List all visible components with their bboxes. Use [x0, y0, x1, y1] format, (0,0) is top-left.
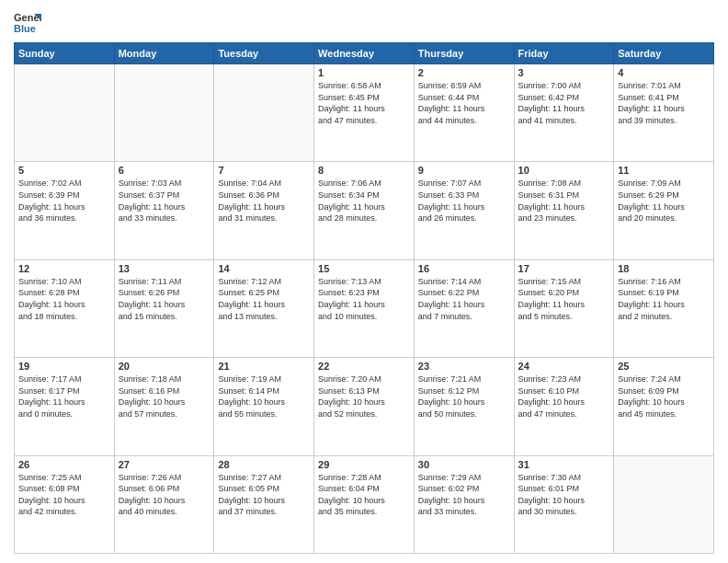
- weekday-header-thursday: Thursday: [414, 43, 514, 64]
- calendar-week-1: 5Sunrise: 7:02 AM Sunset: 6:39 PM Daylig…: [15, 162, 714, 259]
- calendar-cell-27: 25Sunrise: 7:24 AM Sunset: 6:09 PM Dayli…: [614, 358, 714, 455]
- day-number: 13: [119, 263, 210, 274]
- day-number: 5: [18, 165, 110, 176]
- day-content: Sunrise: 7:09 AM Sunset: 6:29 PM Dayligh…: [618, 178, 710, 224]
- calendar-cell-1: [114, 64, 214, 162]
- day-number: 8: [318, 165, 410, 176]
- day-content: Sunrise: 7:15 AM Sunset: 6:20 PM Dayligh…: [518, 276, 610, 322]
- day-content: Sunrise: 7:07 AM Sunset: 6:33 PM Dayligh…: [418, 178, 510, 224]
- day-number: 27: [119, 459, 210, 470]
- day-number: 2: [418, 67, 510, 78]
- day-content: Sunrise: 7:26 AM Sunset: 6:06 PM Dayligh…: [119, 472, 210, 518]
- day-number: 28: [218, 459, 310, 470]
- day-content: Sunrise: 7:00 AM Sunset: 6:42 PM Dayligh…: [518, 80, 610, 126]
- weekday-header-row: SundayMondayTuesdayWednesdayThursdayFrid…: [15, 43, 714, 64]
- calendar-cell-11: 9Sunrise: 7:07 AM Sunset: 6:33 PM Daylig…: [414, 162, 514, 259]
- day-number: 31: [518, 459, 610, 470]
- day-content: Sunrise: 7:08 AM Sunset: 6:31 PM Dayligh…: [518, 178, 610, 224]
- calendar-cell-16: 14Sunrise: 7:12 AM Sunset: 6:25 PM Dayli…: [214, 259, 314, 357]
- day-number: 11: [618, 165, 710, 176]
- day-content: Sunrise: 7:19 AM Sunset: 6:14 PM Dayligh…: [218, 373, 310, 419]
- calendar-cell-3: 1Sunrise: 6:58 AM Sunset: 6:45 PM Daylig…: [314, 64, 415, 162]
- day-content: Sunrise: 7:20 AM Sunset: 6:13 PM Dayligh…: [318, 373, 410, 419]
- calendar-cell-28: 26Sunrise: 7:25 AM Sunset: 6:08 PM Dayli…: [15, 455, 115, 553]
- day-number: 17: [518, 263, 610, 274]
- day-number: 7: [218, 165, 310, 176]
- day-number: 12: [18, 263, 110, 274]
- day-content: Sunrise: 7:16 AM Sunset: 6:19 PM Dayligh…: [618, 276, 710, 322]
- day-number: 18: [618, 263, 710, 274]
- calendar-cell-29: 27Sunrise: 7:26 AM Sunset: 6:06 PM Dayli…: [114, 455, 214, 553]
- calendar-cell-22: 20Sunrise: 7:18 AM Sunset: 6:16 PM Dayli…: [114, 358, 214, 455]
- day-number: 26: [18, 459, 110, 470]
- day-content: Sunrise: 7:11 AM Sunset: 6:26 PM Dayligh…: [119, 276, 210, 322]
- logo: General Blue: [14, 9, 41, 37]
- day-number: 6: [119, 165, 210, 176]
- calendar-cell-33: 31Sunrise: 7:30 AM Sunset: 6:01 PM Dayli…: [514, 455, 614, 553]
- day-number: 19: [18, 361, 110, 372]
- calendar-week-4: 26Sunrise: 7:25 AM Sunset: 6:08 PM Dayli…: [15, 455, 714, 553]
- day-content: Sunrise: 7:04 AM Sunset: 6:36 PM Dayligh…: [218, 178, 310, 224]
- day-number: 20: [119, 361, 210, 372]
- day-number: 3: [518, 67, 610, 78]
- day-content: Sunrise: 7:03 AM Sunset: 6:37 PM Dayligh…: [119, 178, 210, 224]
- header: General Blue: [14, 9, 714, 37]
- calendar-week-2: 12Sunrise: 7:10 AM Sunset: 6:28 PM Dayli…: [15, 259, 714, 357]
- logo-icon: General Blue: [14, 9, 41, 37]
- calendar-cell-31: 29Sunrise: 7:28 AM Sunset: 6:04 PM Dayli…: [314, 455, 415, 553]
- day-content: Sunrise: 6:58 AM Sunset: 6:45 PM Dayligh…: [318, 80, 410, 126]
- day-content: Sunrise: 7:29 AM Sunset: 6:02 PM Dayligh…: [418, 472, 510, 518]
- day-number: 24: [518, 361, 610, 372]
- calendar-week-3: 19Sunrise: 7:17 AM Sunset: 6:17 PM Dayli…: [15, 358, 714, 455]
- calendar-cell-12: 10Sunrise: 7:08 AM Sunset: 6:31 PM Dayli…: [514, 162, 614, 259]
- calendar-cell-18: 16Sunrise: 7:14 AM Sunset: 6:22 PM Dayli…: [414, 259, 514, 357]
- calendar-cell-19: 17Sunrise: 7:15 AM Sunset: 6:20 PM Dayli…: [514, 259, 614, 357]
- day-content: Sunrise: 7:24 AM Sunset: 6:09 PM Dayligh…: [618, 373, 710, 419]
- day-content: Sunrise: 7:25 AM Sunset: 6:08 PM Dayligh…: [18, 472, 110, 518]
- day-content: Sunrise: 7:18 AM Sunset: 6:16 PM Dayligh…: [119, 373, 210, 419]
- weekday-header-friday: Friday: [514, 43, 614, 64]
- weekday-header-sunday: Sunday: [15, 43, 115, 64]
- calendar-cell-6: 4Sunrise: 7:01 AM Sunset: 6:41 PM Daylig…: [614, 64, 714, 162]
- calendar-cell-26: 24Sunrise: 7:23 AM Sunset: 6:10 PM Dayli…: [514, 358, 614, 455]
- page: General Blue SundayMondayTuesdayWednesda…: [0, 0, 728, 563]
- day-number: 1: [318, 67, 410, 78]
- day-number: 10: [518, 165, 610, 176]
- day-number: 23: [418, 361, 510, 372]
- day-content: Sunrise: 7:27 AM Sunset: 6:05 PM Dayligh…: [218, 472, 310, 518]
- day-number: 9: [418, 165, 510, 176]
- calendar-table: SundayMondayTuesdayWednesdayThursdayFrid…: [14, 42, 714, 554]
- weekday-header-wednesday: Wednesday: [314, 43, 415, 64]
- day-number: 22: [318, 361, 410, 372]
- day-content: Sunrise: 7:17 AM Sunset: 6:17 PM Dayligh…: [18, 373, 110, 419]
- calendar-cell-25: 23Sunrise: 7:21 AM Sunset: 6:12 PM Dayli…: [414, 358, 514, 455]
- weekday-header-tuesday: Tuesday: [214, 43, 314, 64]
- weekday-header-monday: Monday: [114, 43, 214, 64]
- calendar-cell-32: 30Sunrise: 7:29 AM Sunset: 6:02 PM Dayli…: [414, 455, 514, 553]
- day-content: Sunrise: 7:06 AM Sunset: 6:34 PM Dayligh…: [318, 178, 410, 224]
- calendar-cell-7: 5Sunrise: 7:02 AM Sunset: 6:39 PM Daylig…: [15, 162, 115, 259]
- day-content: Sunrise: 7:10 AM Sunset: 6:28 PM Dayligh…: [18, 276, 110, 322]
- calendar-cell-0: [15, 64, 115, 162]
- day-number: 14: [218, 263, 310, 274]
- calendar-cell-13: 11Sunrise: 7:09 AM Sunset: 6:29 PM Dayli…: [614, 162, 714, 259]
- day-content: Sunrise: 7:21 AM Sunset: 6:12 PM Dayligh…: [418, 373, 510, 419]
- day-number: 30: [418, 459, 510, 470]
- calendar-cell-21: 19Sunrise: 7:17 AM Sunset: 6:17 PM Dayli…: [15, 358, 115, 455]
- weekday-header-saturday: Saturday: [614, 43, 714, 64]
- calendar-cell-2: [214, 64, 314, 162]
- day-number: 15: [318, 263, 410, 274]
- calendar-cell-10: 8Sunrise: 7:06 AM Sunset: 6:34 PM Daylig…: [314, 162, 415, 259]
- day-number: 16: [418, 263, 510, 274]
- day-content: Sunrise: 7:14 AM Sunset: 6:22 PM Dayligh…: [418, 276, 510, 322]
- day-content: Sunrise: 7:13 AM Sunset: 6:23 PM Dayligh…: [318, 276, 410, 322]
- calendar-cell-8: 6Sunrise: 7:03 AM Sunset: 6:37 PM Daylig…: [114, 162, 214, 259]
- calendar-cell-20: 18Sunrise: 7:16 AM Sunset: 6:19 PM Dayli…: [614, 259, 714, 357]
- calendar-week-0: 1Sunrise: 6:58 AM Sunset: 6:45 PM Daylig…: [15, 64, 714, 162]
- svg-text:General: General: [14, 12, 41, 23]
- day-content: Sunrise: 7:23 AM Sunset: 6:10 PM Dayligh…: [518, 373, 610, 419]
- calendar-cell-17: 15Sunrise: 7:13 AM Sunset: 6:23 PM Dayli…: [314, 259, 415, 357]
- calendar-cell-9: 7Sunrise: 7:04 AM Sunset: 6:36 PM Daylig…: [214, 162, 314, 259]
- calendar-cell-30: 28Sunrise: 7:27 AM Sunset: 6:05 PM Dayli…: [214, 455, 314, 553]
- day-content: Sunrise: 6:59 AM Sunset: 6:44 PM Dayligh…: [418, 80, 510, 126]
